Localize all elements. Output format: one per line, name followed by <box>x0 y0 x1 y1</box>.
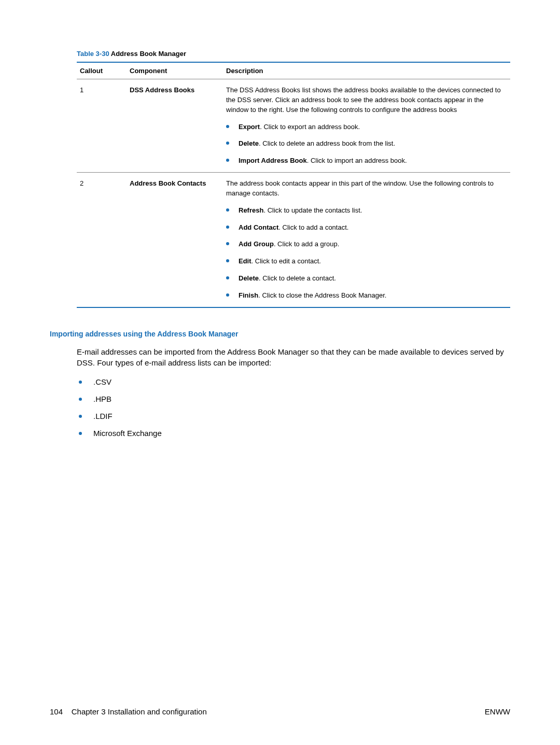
bullet-icon <box>79 398 82 401</box>
list-item: .CSV <box>77 377 510 386</box>
page-footer: 104 Chapter 3 Installation and configura… <box>50 707 510 716</box>
list-item: Edit. Click to edit a contact. <box>226 257 507 266</box>
bullet-icon <box>226 142 229 145</box>
list-item: .HPB <box>77 395 510 403</box>
header-description: Description <box>223 62 510 79</box>
bullet-icon <box>226 159 229 162</box>
section-body-wrap: E-mail addresses can be imported from th… <box>77 346 510 438</box>
list-item: Delete. Click to delete an address book … <box>226 139 507 149</box>
description-intro: The DSS Address Books list shows the add… <box>226 86 507 115</box>
control-text: . Click to update the contacts list. <box>263 206 362 214</box>
table-caption: Table 3-30 Address Book Manager <box>77 50 510 58</box>
footer-chapter: Chapter 3 Installation and configuration <box>72 707 207 716</box>
footer-right: ENWW <box>485 707 510 716</box>
cell-callout: 2 <box>77 173 127 307</box>
control-text: . Click to add a group. <box>274 240 339 248</box>
format-name: .CSV <box>93 377 111 386</box>
control-text: . Click to import an address book. <box>307 157 407 164</box>
list-item: Import Address Book. Click to import an … <box>226 156 507 166</box>
format-name: .LDIF <box>93 412 113 420</box>
header-callout: Callout <box>77 62 127 79</box>
control-name: Refresh <box>239 206 263 214</box>
control-text: . Click to delete an address book from t… <box>259 139 395 147</box>
address-book-manager-table: Callout Component Description 1 DSS Addr… <box>77 62 510 308</box>
content-area: Table 3-30 Address Book Manager Callout … <box>77 50 510 308</box>
header-component: Component <box>127 62 223 79</box>
format-name: Microsoft Exchange <box>93 429 162 438</box>
description-intro: The address book contacts appear in this… <box>226 179 507 199</box>
control-name: Export <box>239 123 260 131</box>
table-caption-title: Address Book Manager <box>109 50 186 58</box>
cell-callout: 1 <box>77 79 127 173</box>
formats-list: .CSV .HPB .LDIF Microsoft Exchange <box>77 377 510 438</box>
cell-component: DSS Address Books <box>127 79 223 173</box>
control-name: Add Contact <box>239 223 278 231</box>
table-row: 1 DSS Address Books The DSS Address Book… <box>77 79 510 173</box>
control-name: Delete <box>239 274 259 282</box>
section-heading: Importing addresses using the Address Bo… <box>50 330 510 338</box>
table-row: 2 Address Book Contacts The address book… <box>77 173 510 307</box>
bullet-icon <box>226 242 229 245</box>
list-item: Add Group. Click to add a group. <box>226 240 507 249</box>
table-caption-label: Table 3-30 <box>77 50 109 58</box>
list-item: Microsoft Exchange <box>77 429 510 438</box>
bullet-icon <box>226 226 229 229</box>
cell-description: The address book contacts appear in this… <box>223 173 510 307</box>
list-item: Finish. Click to close the Address Book … <box>226 291 507 301</box>
section-body: E-mail addresses can be imported from th… <box>77 346 510 368</box>
page-number: 104 <box>50 707 63 716</box>
cell-component: Address Book Contacts <box>127 173 223 307</box>
controls-list: Refresh. Click to update the contacts li… <box>226 206 507 301</box>
cell-description: The DSS Address Books list shows the add… <box>223 79 510 173</box>
bullet-icon <box>79 415 82 418</box>
control-name: Import Address Book <box>239 157 307 164</box>
list-item: Add Contact. Click to add a contact. <box>226 223 507 233</box>
list-item: .LDIF <box>77 412 510 420</box>
bullet-icon <box>226 293 229 297</box>
format-name: .HPB <box>93 395 111 403</box>
controls-list: Export. Click to export an address book.… <box>226 122 507 166</box>
bullet-icon <box>79 432 82 435</box>
control-name: Delete <box>239 139 259 147</box>
bullet-icon <box>79 381 82 384</box>
table-header-row: Callout Component Description <box>77 62 510 79</box>
list-item: Export. Click to export an address book. <box>226 122 507 132</box>
list-item: Delete. Click to delete a contact. <box>226 274 507 284</box>
bullet-icon <box>226 259 229 262</box>
document-page: Table 3-30 Address Book Manager Callout … <box>0 0 560 745</box>
control-text: . Click to add a contact. <box>278 223 348 231</box>
bullet-icon <box>226 276 229 279</box>
control-text: . Click to close the Address Book Manage… <box>258 291 386 299</box>
control-name: Finish <box>239 291 258 299</box>
bullet-icon <box>226 125 229 128</box>
control-name: Edit <box>239 257 251 265</box>
bullet-icon <box>226 208 229 212</box>
control-text: . Click to delete a contact. <box>259 274 336 282</box>
list-item: Refresh. Click to update the contacts li… <box>226 206 507 216</box>
footer-left: 104 Chapter 3 Installation and configura… <box>50 707 207 716</box>
control-text: . Click to edit a contact. <box>251 257 321 265</box>
control-name: Add Group <box>239 240 274 248</box>
control-text: . Click to export an address book. <box>260 123 360 131</box>
